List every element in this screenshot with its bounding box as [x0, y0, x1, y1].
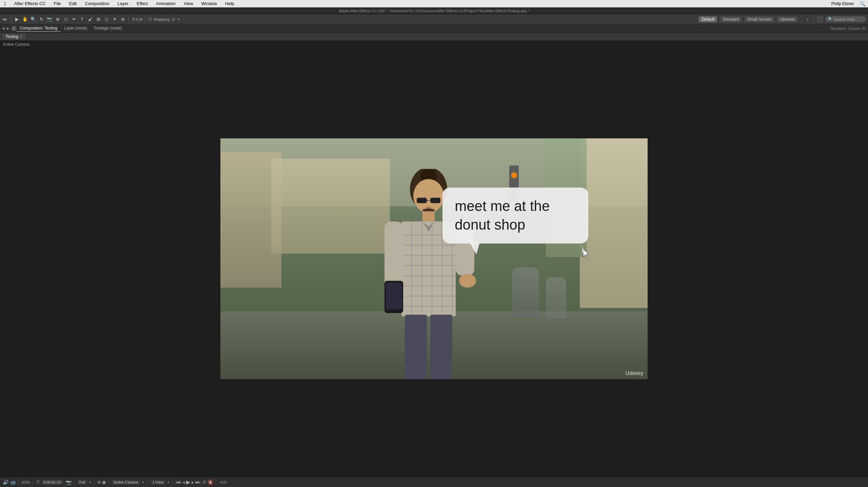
menu-edit[interactable]: Edit	[68, 1, 78, 6]
canvas-area[interactable]: meet me at the donut shop Udemy	[0, 41, 868, 477]
skip-end-btn[interactable]: ⏭	[195, 479, 201, 485]
mag-arrow: ▼	[88, 481, 92, 484]
next-frame-btn[interactable]: ▸	[192, 480, 194, 485]
tab-footage[interactable]: Footage (none)	[91, 25, 125, 32]
camera-snapshot-icon[interactable]: 📷	[66, 480, 72, 485]
menu-file[interactable]: File	[53, 1, 62, 6]
svg-rect-30	[405, 315, 427, 379]
speech-bubble-text: meet me at the donut shop	[455, 197, 576, 234]
view-arrow: ▼	[167, 481, 170, 484]
view-options: ⊞ ▣	[97, 480, 106, 485]
camera-selector: Active Camera ▼	[112, 480, 144, 485]
region-icon: ▣	[102, 480, 106, 485]
toolbar: ◀▶ ▶ ✋ 🔍 ↻ 📷 ⊕ ⬡ ✒ T 🖌 ⊞ ◻ ✦ ⊛ ⊞ ⊟ ⊠ ☐ S…	[0, 14, 868, 24]
grid-icon: ⊞	[97, 480, 101, 485]
snapping-icon-2: ✦	[177, 17, 180, 22]
mask-tool[interactable]: ⬡	[62, 16, 70, 23]
workspace-standard[interactable]: Standard	[720, 16, 742, 22]
align-icon-2: ⊟	[136, 17, 139, 21]
menu-bar:  After Effects CC File Edit Composition…	[0, 0, 868, 7]
pan-tool[interactable]: ⊕	[54, 16, 61, 23]
comp-tabs-bar: Texting ✕	[0, 33, 868, 41]
snapping-checkbox[interactable]: ☐	[148, 17, 152, 21]
menu-animation[interactable]: Animation	[155, 1, 177, 6]
zoom-tool[interactable]: 🔍	[29, 16, 37, 23]
brush-tool[interactable]: 🖌	[86, 16, 94, 23]
active-camera-label: Active Camera	[3, 42, 29, 47]
align-icon-1: ⊞	[132, 17, 135, 21]
svg-rect-3	[417, 198, 427, 203]
audio-icon[interactable]: 🔊	[3, 480, 8, 485]
align-icon-3: ⊠	[140, 17, 142, 21]
playback-controls: ⏮ ◂ ▶ ▸ ⏭ ↺ 🔇	[176, 479, 213, 485]
timecode-icon: ⏱	[36, 480, 40, 485]
timecode-value[interactable]: 0:00:01:23	[41, 480, 63, 485]
svg-rect-24	[384, 221, 403, 289]
audio-mute-btn[interactable]: 🔇	[208, 480, 213, 485]
menu-layer[interactable]: Layer	[116, 1, 130, 6]
zoom-value: +0.0	[219, 480, 226, 484]
comp-tab-close[interactable]: ✕	[20, 35, 22, 38]
quality-value: (929)	[21, 480, 30, 484]
svg-rect-31	[430, 315, 452, 379]
text-tool[interactable]: T	[78, 16, 86, 23]
view-count: 1 View ▼	[150, 480, 170, 485]
prev-frame-btn[interactable]: ◂	[182, 480, 185, 485]
comp-viewer: Active Camera	[0, 41, 868, 477]
timecode-group: ⏱ 0:00:01:23	[36, 480, 63, 485]
comp-frame: meet me at the donut shop Udemy	[220, 138, 648, 379]
selection-tool[interactable]: ▶	[13, 16, 21, 23]
svg-point-29	[459, 274, 476, 288]
pen-tool[interactable]: ✒	[70, 16, 78, 23]
status-left: 🔊 📹	[3, 480, 16, 485]
play-btn[interactable]: ▶	[186, 479, 190, 485]
status-bar: 🔊 📹 (929) ⏱ 0:00:01:23 📷 Full ▼ ⊞ ▣ Acti…	[0, 477, 868, 487]
quality-group: (929)	[21, 480, 30, 484]
snapping-label: Snapping	[154, 17, 170, 21]
camera-selector-btn[interactable]: Active Camera	[112, 480, 140, 485]
workspace-default[interactable]: Default	[699, 16, 717, 22]
renderer-label: Renderer: Classic 3D	[830, 26, 866, 31]
menu-composition[interactable]: Composition	[83, 1, 111, 6]
svg-rect-27	[386, 283, 402, 310]
apple-menu[interactable]: 	[3, 1, 7, 7]
app-title: Adobe After Effects CC 2017 - /Volumes/V…	[339, 9, 529, 13]
title-bar: Adobe After Effects CC 2017 - /Volumes/V…	[0, 7, 868, 14]
extend-workspaces-icon[interactable]: »	[806, 17, 809, 22]
camera-arrow: ▼	[141, 481, 144, 484]
search-label: Search Help	[834, 17, 855, 21]
search-icon[interactable]: 🔍	[860, 1, 865, 6]
view-count-btn[interactable]: 1 View	[150, 480, 165, 485]
roto-tool[interactable]: ✦	[111, 16, 118, 23]
tab-layer[interactable]: Layer (none)	[61, 25, 91, 32]
speech-bubble: meet me at the donut shop	[442, 188, 588, 244]
hand-tool[interactable]: ✋	[21, 16, 29, 23]
panel-icon-group: ◀ ▶ C	[2, 26, 16, 31]
search-area[interactable]: 🔍 Search Help	[825, 16, 866, 22]
udemy-watermark: Udemy	[626, 370, 644, 376]
svg-rect-8	[422, 211, 435, 221]
tab-composition[interactable]: Composition: Texting	[16, 25, 61, 32]
clone-tool[interactable]: ⊞	[95, 16, 102, 23]
rotate-tool[interactable]: ↻	[38, 16, 45, 23]
main-layout: Active Camera	[0, 41, 868, 477]
comp-tab-label: Texting	[5, 34, 18, 39]
eraser-tool[interactable]: ◻	[103, 16, 110, 23]
menu-help[interactable]: Help	[224, 1, 236, 6]
comp-tab-texting[interactable]: Texting ✕	[2, 34, 26, 40]
snapping-icon-1: ⊞	[172, 17, 175, 22]
color-swatch	[817, 17, 823, 22]
video-icon[interactable]: 📹	[10, 480, 16, 485]
workspace-smallscreen[interactable]: Small Screen	[745, 16, 774, 22]
menu-aftereffects[interactable]: After Effects CC	[13, 1, 47, 6]
loop-btn[interactable]: ↺	[202, 480, 206, 485]
camera-tool[interactable]: 📷	[46, 16, 53, 23]
menu-effect[interactable]: Effect	[135, 1, 149, 6]
panel-tabs-bar: ◀ ▶ C Composition: Texting Layer (none) …	[0, 24, 868, 33]
menu-window[interactable]: Window	[200, 1, 218, 6]
skip-start-btn[interactable]: ⏮	[176, 479, 181, 485]
workspace-libraries[interactable]: Libraries	[777, 16, 798, 22]
magnification-btn[interactable]: Full	[77, 480, 87, 485]
menu-view[interactable]: View	[182, 1, 195, 6]
puppet-tool[interactable]: ⊛	[119, 16, 126, 23]
